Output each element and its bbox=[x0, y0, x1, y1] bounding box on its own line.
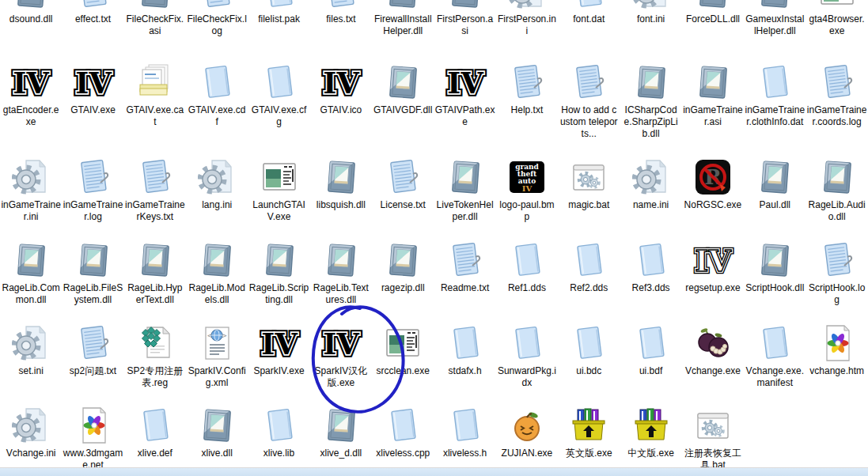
file-item[interactable]: FirstPerson.ini bbox=[496, 0, 558, 55]
file-item[interactable]: FirewallInstallHelper.dll bbox=[372, 0, 434, 55]
file-item[interactable]: filelist.pak bbox=[248, 0, 309, 55]
file-item[interactable]: inGameTrainer.log bbox=[62, 157, 123, 237]
file-item[interactable]: ui.bdc bbox=[558, 323, 620, 403]
file-item[interactable]: RageLib.HyperText.dll bbox=[124, 240, 186, 320]
file-item[interactable]: font.ini bbox=[620, 0, 681, 55]
file-item[interactable]: SP2专用注册表.reg bbox=[124, 323, 186, 403]
file-item[interactable]: GameuxInstallHelper.dll bbox=[744, 0, 805, 55]
file-label: xlive_d.dll bbox=[311, 448, 371, 459]
file-item[interactable]: effect.txt bbox=[62, 0, 123, 55]
file-item[interactable]: ragezip.dll bbox=[372, 240, 434, 320]
file-item[interactable]: RageLib.Models.dll bbox=[186, 240, 248, 320]
file-item[interactable]: srcclean.exe bbox=[372, 323, 434, 403]
file-item[interactable]: xliveless.h bbox=[434, 405, 495, 476]
file-item[interactable]: www.3dmgame.net bbox=[62, 405, 123, 476]
file-item[interactable]: RageLib.FileSystem.dll bbox=[62, 240, 123, 320]
txt-icon bbox=[322, 0, 360, 12]
file-item[interactable]: GTAIV.exe.cdf bbox=[186, 62, 248, 154]
file-item[interactable]: ICSharpCode.SharpZipLib.dll bbox=[620, 62, 681, 154]
file-item[interactable]: 中文版.exe bbox=[620, 405, 681, 476]
file-item[interactable]: LiveTokenHelper.dll bbox=[434, 157, 495, 237]
file-item[interactable]: xlive.lib bbox=[248, 405, 309, 476]
file-label: GTAIV.ico bbox=[311, 104, 371, 116]
file-item[interactable]: sp2问题.txt bbox=[62, 323, 123, 403]
blank-icon bbox=[260, 62, 298, 103]
file-item[interactable]: vchange.htm bbox=[805, 323, 867, 403]
file-item[interactable]: Readme.txt bbox=[434, 240, 495, 320]
file-item[interactable]: xlive.def bbox=[124, 405, 186, 476]
file-item[interactable]: GTAIV.exe.cfg bbox=[248, 62, 309, 154]
file-item[interactable]: lang.ini bbox=[186, 157, 248, 237]
file-item[interactable]: xlive.dll bbox=[186, 405, 248, 476]
file-item[interactable]: inGameTrainer.coords.log bbox=[805, 62, 867, 154]
file-label: RageLib.Scripting.dll bbox=[249, 282, 309, 306]
file-item[interactable]: FileCheckFix.asi bbox=[124, 0, 186, 55]
file-item[interactable]: ForceDLL.dll bbox=[682, 0, 744, 55]
file-item[interactable]: IVIVIVSparkIV汉化版.exe bbox=[310, 323, 372, 403]
file-item[interactable]: FileCheckFix.log bbox=[186, 0, 248, 55]
file-item[interactable]: GTAIV.exe.cat bbox=[124, 62, 186, 154]
file-item[interactable]: gta4Browser.exe bbox=[805, 0, 867, 55]
file-row: IVIVIVgtaEncoder.exeIVIVIVGTAIV.exeGTAIV… bbox=[0, 55, 868, 154]
file-item[interactable]: RageLib.Audio.dll bbox=[805, 157, 867, 237]
file-item[interactable]: SunwardPkg.idx bbox=[496, 323, 558, 403]
file-item[interactable]: License.txt bbox=[372, 157, 434, 237]
file-item[interactable]: inGameTrainer.clothInfo.dat bbox=[744, 62, 805, 154]
file-item[interactable]: IVIVIVgtaEncoder.exe bbox=[0, 62, 62, 154]
file-item[interactable]: IVIVIVGTAIV.exe bbox=[62, 62, 123, 154]
file-item[interactable]: <>SparkIV.Config.xml bbox=[186, 323, 248, 403]
file-label: gtaEncoder.exe bbox=[1, 104, 61, 128]
file-item[interactable]: RageLib.Common.dll bbox=[0, 240, 62, 320]
file-item[interactable]: xlive_d.dll bbox=[310, 405, 372, 476]
file-label: GTAIVPath.exe bbox=[435, 104, 495, 128]
file-item[interactable]: Ref3.dds bbox=[620, 240, 681, 320]
file-item[interactable]: ZUJIAN.exe bbox=[496, 405, 558, 476]
file-item[interactable]: ui.bdf bbox=[620, 323, 681, 403]
file-item[interactable]: IVIVIVGTAIV.ico bbox=[310, 62, 372, 154]
iv-logo-icon: IVIVIV bbox=[69, 62, 118, 103]
file-item[interactable]: IVIVIVregsetup.exe bbox=[682, 240, 744, 320]
file-item[interactable]: 英文版.exe bbox=[558, 405, 620, 476]
file-item[interactable]: files.txt bbox=[310, 0, 372, 55]
file-item[interactable]: dsound.dll bbox=[0, 0, 62, 55]
file-item[interactable]: set.ini bbox=[0, 323, 62, 403]
file-item[interactable]: IVIVIVSparkIV.exe bbox=[248, 323, 309, 403]
file-label: filelist.pak bbox=[249, 13, 309, 25]
batch-icon bbox=[694, 405, 732, 446]
file-item[interactable]: Help.txt bbox=[496, 62, 558, 154]
file-label: srcclean.exe bbox=[373, 365, 433, 377]
file-item[interactable]: Vchange.ini bbox=[0, 405, 62, 476]
file-item[interactable]: RNoRGSC.exe bbox=[682, 157, 744, 237]
file-item[interactable]: Vchange.exe.manifest bbox=[744, 323, 805, 403]
file-item[interactable]: LaunchGTAIV.exe bbox=[248, 157, 309, 237]
file-item[interactable]: ScriptHook.log bbox=[805, 240, 867, 320]
file-item[interactable]: name.ini bbox=[620, 157, 681, 237]
file-label: Ref3.dds bbox=[621, 282, 681, 294]
file-item[interactable]: ScriptHook.dll bbox=[744, 240, 805, 320]
file-item[interactable]: Ref2.dds bbox=[558, 240, 620, 320]
dll-icon bbox=[12, 240, 50, 281]
file-item[interactable]: inGameTrainerKeys.txt bbox=[124, 157, 186, 237]
file-item[interactable]: grandtheftautoIVlogo-paul.bmp bbox=[496, 157, 558, 237]
file-item[interactable]: FirstPerson.asi bbox=[434, 0, 495, 55]
file-item[interactable]: RageLib.Scripting.dll bbox=[248, 240, 309, 320]
file-item[interactable]: stdafx.h bbox=[434, 323, 495, 403]
file-item[interactable]: Paul.dll bbox=[744, 157, 805, 237]
file-item[interactable]: RageLib.Textures.dll bbox=[310, 240, 372, 320]
file-label: dsound.dll bbox=[1, 13, 61, 25]
file-label: vchange.htm bbox=[807, 365, 867, 377]
file-item[interactable]: How to add custom teleports... bbox=[558, 62, 620, 154]
file-item[interactable]: magic.bat bbox=[558, 157, 620, 237]
file-item[interactable]: inGameTrainer.ini bbox=[0, 157, 62, 237]
file-label: font.ini bbox=[621, 13, 681, 25]
file-item[interactable]: xliveless.cpp bbox=[372, 405, 434, 476]
file-item[interactable]: GTAIVGDF.dll bbox=[372, 62, 434, 154]
file-item[interactable]: Ref1.dds bbox=[496, 240, 558, 320]
file-item[interactable]: IVIVIVGTAIVPath.exe bbox=[434, 62, 495, 154]
file-item[interactable]: inGameTrainer.asi bbox=[682, 62, 744, 154]
file-item[interactable]: font.dat bbox=[558, 0, 620, 55]
file-item[interactable]: Vchange.exe bbox=[682, 323, 744, 403]
file-item[interactable]: libsquish.dll bbox=[310, 157, 372, 237]
file-item[interactable]: 注册表恢复工具.bat bbox=[682, 405, 744, 476]
file-grid: dsound.dlleffect.txtFileCheckFix.asiFile… bbox=[0, 0, 868, 476]
